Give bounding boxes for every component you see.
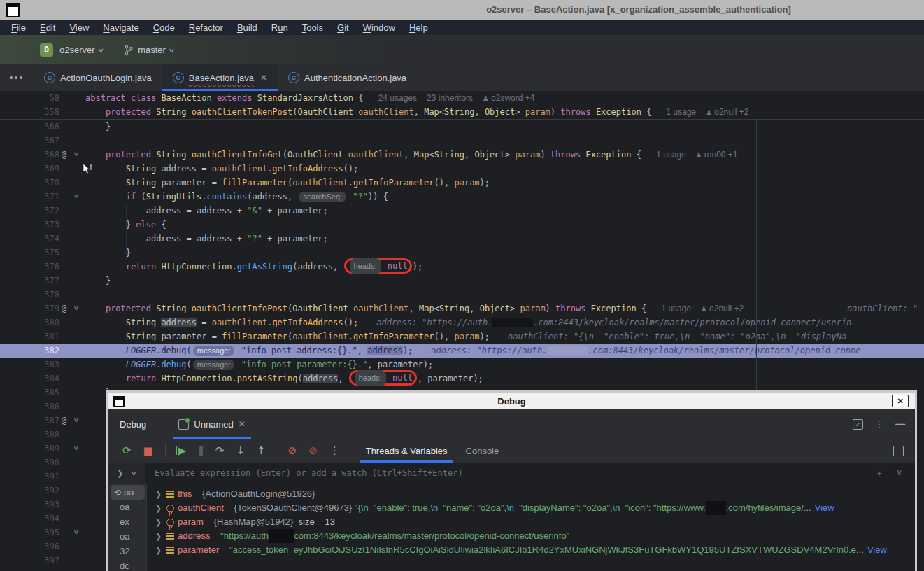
code-line-358[interactable]: 358 protected String oauthClientTokenPos… [0, 105, 924, 119]
tab-threads-variables[interactable]: Threads & Variables [360, 439, 453, 463]
code-line-366[interactable]: 366 } [0, 120, 924, 134]
menu-item-window[interactable]: Window [356, 22, 402, 33]
gutter: 374 [0, 232, 85, 246]
evaluate-row[interactable]: ❯ ∨ Evaluate expression (Enter) or add a… [108, 463, 915, 484]
code-line-374[interactable]: 374 address = address + "?" + parameter; [0, 232, 924, 246]
expand-chevron-icon[interactable]: ❯ [155, 543, 166, 557]
tab-actionoauthlogin-java[interactable]: CActionOauthLogin.java [34, 64, 162, 91]
code-line-368[interactable]: 368@∨ protected String oauthClientInfoGe… [0, 148, 924, 162]
close-icon[interactable]: ✕ [892, 395, 909, 407]
collapse-icon[interactable]: ∨ [896, 467, 902, 479]
minimize-icon[interactable]: — [895, 418, 905, 430]
debug-session-tab[interactable]: Unnamed ✕ [173, 409, 250, 439]
fold-chevron-icon[interactable]: ∨ [73, 189, 79, 203]
menu-item-refactor[interactable]: Refactor [182, 22, 230, 33]
expand-chevron-icon[interactable]: ❯ [155, 515, 166, 529]
fold-chevron-icon[interactable]: ∨ [73, 441, 79, 455]
menu-item-file[interactable]: File [4, 22, 33, 33]
frame-row[interactable]: oa [108, 529, 146, 544]
rerun-debug-icon[interactable]: ⟳ [122, 444, 132, 457]
variable-row-parameter[interactable]: ❯parameter = "access_token=eyJhbGciOiJSU… [147, 543, 915, 557]
step-into-icon[interactable]: ↓ [236, 444, 245, 457]
evaluate-controls[interactable]: ❯ ∨ [108, 463, 145, 484]
fold-chevron-icon[interactable]: ∨ [73, 525, 79, 539]
code-line-371[interactable]: 371∨ if (StringUtils.contains(address, s… [0, 190, 924, 204]
variable-row-this[interactable]: ❯this = {ActionOauthLogin@51926} [147, 487, 915, 501]
frame-row[interactable]: oa [108, 500, 146, 514]
step-over-icon[interactable]: ↷ [215, 444, 225, 457]
layout-settings-icon[interactable] [893, 446, 904, 456]
more-options-icon[interactable]: ⋮ [874, 418, 884, 430]
code-line-373[interactable]: 373 } else { [0, 218, 924, 232]
evaluate-input[interactable]: Evaluate expression (Enter) or add a wat… [155, 468, 463, 478]
variable-row-address[interactable]: ❯address = "https://auth com:8443/keyclo… [147, 529, 915, 543]
tab-label: AuthenticationAction.java [304, 73, 406, 83]
fold-chevron-icon[interactable]: ∨ [73, 147, 79, 161]
menu-item-help[interactable]: Help [402, 22, 435, 33]
code-line-378[interactable]: 378 [0, 288, 924, 302]
menu-item-view[interactable]: View [62, 22, 96, 33]
expand-chevron-icon[interactable]: ❯ [155, 487, 166, 501]
code-line-367[interactable]: 367 [0, 134, 924, 148]
more-icon[interactable]: ⋮ [329, 444, 340, 457]
os-titlebar[interactable]: o2server – BaseAction.java [x_organizati… [0, 0, 924, 20]
code-line-379[interactable]: 379@∨ protected String oauthClientInfoPo… [0, 302, 924, 316]
view-link[interactable]: View [867, 543, 887, 557]
tab-baseaction-java[interactable]: CBaseAction.java✕ [162, 64, 278, 91]
code-line-58[interactable]: 58abstract class BaseAction extends Stan… [0, 91, 924, 105]
menu-item-code[interactable]: Code [146, 22, 182, 33]
close-icon[interactable]: ✕ [239, 419, 246, 429]
close-icon[interactable]: ✕ [260, 73, 267, 83]
tabs-more-icon[interactable]: ••• [0, 64, 34, 91]
fold-chevron-icon[interactable]: ∨ [73, 301, 79, 315]
add-watch-icon[interactable]: ＋ [875, 467, 883, 479]
debug-window-titlebar[interactable]: Debug ✕ [108, 393, 915, 409]
variable-row-oauthClient[interactable]: ❯poauthClient = {Token$OauthClient@49673… [147, 501, 915, 515]
variables-panel[interactable]: ❯this = {ActionOauthLogin@51926}❯poauthC… [147, 484, 915, 571]
menu-item-run[interactable]: Run [264, 22, 295, 33]
expand-chevron-icon[interactable]: ❯ [155, 501, 166, 515]
mute-breakpoints-icon[interactable]: ⊘ [308, 444, 318, 457]
code-line-377[interactable]: 377 } [0, 274, 924, 288]
frame-row[interactable]: dc [108, 558, 146, 571]
view-breakpoints-icon[interactable]: ⊘ [288, 444, 297, 457]
frame-row[interactable]: ⟲oa [111, 485, 145, 500]
menu-item-build[interactable]: Build [230, 22, 264, 33]
window-icon [6, 3, 20, 17]
code-line-380[interactable]: 380 String address = oauthClient.getInfo… [0, 316, 924, 330]
variable-row-param[interactable]: ❯pparam = {HashMap@51942} size = 13 [147, 515, 915, 529]
expand-chevron-icon[interactable]: ❯ [155, 529, 166, 543]
code-line-384[interactable]: 384 return HttpConnection.postAsString(a… [0, 372, 924, 386]
frame-row[interactable]: ex [108, 514, 146, 529]
code-line-381[interactable]: 381 String parameter = fillParameter(oau… [0, 330, 924, 344]
frame-row[interactable]: 32 [108, 544, 146, 558]
stop-icon[interactable]: ■ [143, 444, 153, 457]
code-line-370[interactable]: 370 String parameter = fillParameter(oau… [0, 176, 924, 190]
code-line-382[interactable]: 382 LOGGER.debug(message: "info post add… [0, 344, 924, 358]
resume-icon[interactable]: ▶ [176, 446, 187, 455]
menu-item-edit[interactable]: Edit [33, 22, 62, 33]
view-link[interactable]: View [815, 501, 834, 515]
frames-panel[interactable]: ⟲oaoaexoa32dc [108, 484, 147, 571]
code-line-372[interactable]: 372 address = address + "&" + parameter; [0, 204, 924, 218]
tab-authenticationaction-java[interactable]: CAuthenticationAction.java [278, 64, 417, 91]
code-line-369[interactable]: 369 String address = oauthClient.getInfo… [0, 162, 924, 176]
fold-chevron-icon[interactable]: ∨ [73, 413, 79, 427]
menu-item-tools[interactable]: Tools [295, 22, 330, 33]
project-widget[interactable]: o2server [59, 45, 95, 55]
annotation-icon[interactable]: @ [62, 302, 66, 316]
annotation-icon[interactable]: @ [62, 414, 66, 428]
step-out-icon[interactable]: ↑ [257, 444, 266, 457]
pause-icon[interactable]: ∥ [198, 444, 204, 457]
tab-console[interactable]: Console [466, 446, 499, 456]
annotation-icon[interactable]: @ [62, 148, 66, 162]
code-line-375[interactable]: 375 } [0, 246, 924, 260]
menu-item-navigate[interactable]: Navigate [96, 22, 145, 33]
dock-icon[interactable]: ↙ [853, 419, 863, 430]
code-line-383[interactable]: 383 LOGGER.debug(message: "info post par… [0, 358, 924, 372]
vcs-widget[interactable]: master ∨ [124, 45, 173, 55]
gutter: 371∨ [0, 190, 85, 204]
code-line-376[interactable]: 376 return HttpConnection.getAsString(ad… [0, 260, 924, 274]
variable-value: com:8443/keycloak/realms/master/protocol… [294, 529, 569, 543]
menu-item-git[interactable]: Git [330, 22, 356, 33]
